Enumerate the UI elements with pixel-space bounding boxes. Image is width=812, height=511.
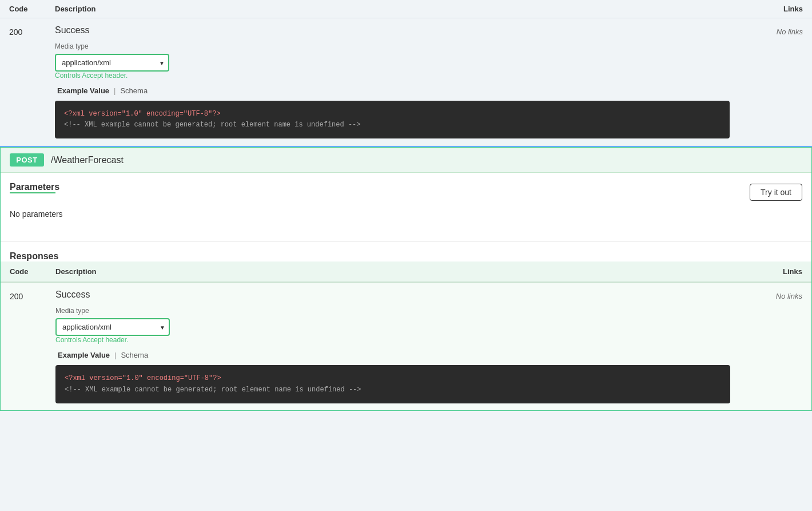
post-example-tabs: Example Value | Schema <box>55 350 734 361</box>
top-response-code: 200 <box>9 25 55 37</box>
post-controls-text: Controls Accept header. <box>55 336 734 344</box>
post-media-type-select-wrapper[interactable]: application/xml <box>55 318 170 336</box>
responses-title-container: Responses <box>1 241 811 262</box>
post-media-type-select[interactable]: application/xml <box>55 318 170 336</box>
post-links-header: Links <box>734 267 802 276</box>
post-code-block: <?xml version="1.0" encoding="UTF-8"?> <… <box>55 365 730 403</box>
top-controls-text: Controls Accept header. <box>55 72 734 80</box>
top-response-row-200: 200 Success Media type application/xml C… <box>0 18 812 146</box>
post-response-description: Success Media type application/xml Contr… <box>55 290 734 403</box>
top-code-block: <?xml version="1.0" encoding="UTF-8"?> <… <box>55 101 730 138</box>
post-description-header: Description <box>55 267 734 276</box>
post-media-type-label: Media type <box>55 307 734 315</box>
top-responses-header: Code Description Links <box>0 0 812 18</box>
post-example-value-tab[interactable]: Example Value <box>55 350 112 361</box>
top-media-type-select-wrapper[interactable]: application/xml <box>55 54 169 72</box>
top-schema-tab[interactable]: Schema <box>118 85 150 96</box>
post-responses-section: Responses Code Description Links 200 Suc… <box>1 241 811 410</box>
post-schema-tab[interactable]: Schema <box>118 350 150 361</box>
post-section: POST /WeatherForecast Parameters Try it … <box>0 147 812 410</box>
top-media-type-label: Media type <box>55 42 734 50</box>
try-it-out-button[interactable]: Try it out <box>750 184 802 201</box>
top-code-line-1: <?xml version="1.0" encoding="UTF-8"?> <box>64 109 721 120</box>
post-endpoint-path: /WeatherForecast <box>51 155 124 165</box>
top-tab-separator: | <box>112 85 118 96</box>
post-code-line-2: <!-- XML example cannot be generated; ro… <box>65 385 721 395</box>
top-response-no-links: No links <box>734 25 803 36</box>
top-response-description: Success Media type application/xml Contr… <box>55 25 734 138</box>
post-response-row-200: 200 Success Media type application/xml C… <box>1 282 811 410</box>
top-links-header: Links <box>734 5 803 13</box>
responses-section-content: Code Description Links 200 Success Media… <box>1 262 811 410</box>
post-code-header: Code <box>10 267 55 276</box>
post-tab-separator: | <box>112 350 118 361</box>
parameters-underline <box>10 192 55 193</box>
top-example-tabs: Example Value | Schema <box>55 85 734 96</box>
post-success-label: Success <box>55 290 734 300</box>
top-description-header: Description <box>55 5 734 13</box>
post-responses-header: Code Description Links <box>1 262 811 282</box>
top-success-label: Success <box>55 25 734 35</box>
parameters-section: Parameters Try it out No parameters <box>1 173 811 241</box>
responses-section-title: Responses <box>10 251 802 262</box>
parameters-title: Parameters <box>10 182 59 203</box>
top-code-line-2: <!-- XML example cannot be generated; ro… <box>64 120 721 130</box>
parameters-header-row: Parameters Try it out <box>10 182 802 203</box>
no-parameters-text: No parameters <box>10 205 802 232</box>
top-code-header: Code <box>9 5 55 13</box>
top-example-value-tab[interactable]: Example Value <box>55 85 112 96</box>
post-code-line-1: <?xml version="1.0" encoding="UTF-8"?> <box>65 373 721 384</box>
top-media-type-select[interactable]: application/xml <box>55 54 169 72</box>
page-wrapper: Code Description Links 200 Success Media… <box>0 0 812 511</box>
parameters-title-text: Parameters <box>10 182 59 192</box>
post-response-code: 200 <box>10 290 55 301</box>
post-header[interactable]: POST /WeatherForecast <box>1 148 811 173</box>
top-responses-table: Code Description Links 200 Success Media… <box>0 0 812 146</box>
top-section: Code Description Links 200 Success Media… <box>0 0 812 147</box>
post-response-no-links: No links <box>734 290 802 300</box>
post-method-badge: POST <box>10 153 44 167</box>
